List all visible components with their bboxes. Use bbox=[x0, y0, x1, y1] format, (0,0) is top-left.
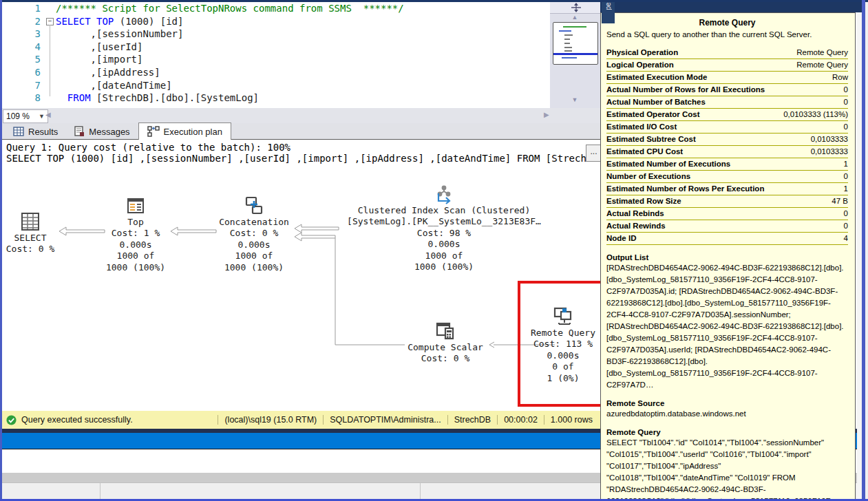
plan-node-line: Cost: 98 % bbox=[347, 228, 541, 239]
plan-node-compute-scalar[interactable]: Compute ScalarCost: 0 % bbox=[434, 320, 456, 342]
plan-node-clustered-index-scan[interactable]: Clustered Index Scan (Clustered)[SystemL… bbox=[433, 183, 455, 205]
fold-collapse-icon[interactable]: − bbox=[46, 18, 54, 25]
sql-editor[interactable]: 1 − /****** Script for SelectTopNRows co… bbox=[2, 2, 550, 108]
statement-ellipsis-button[interactable]: ... bbox=[586, 145, 602, 162]
tab-label: Results bbox=[28, 127, 58, 137]
tooltip-row-value: 0 bbox=[844, 84, 848, 96]
status-bar: Query executed successfully. (local)\sql… bbox=[2, 411, 600, 429]
tooltip-row-value: 0 bbox=[844, 121, 848, 133]
plan-node-line: 0.000s bbox=[219, 239, 289, 250]
arrow-top-to-select bbox=[59, 227, 105, 235]
tooltip-row: Actual Rewinds 0 bbox=[606, 220, 848, 233]
tooltip-row: Physical Operation Remote Query bbox=[606, 47, 848, 59]
tooltip-section-text: [RDAStrechDBD4654AC2-9062-494C-BD3F-6221… bbox=[606, 262, 848, 391]
code-token: FROM bbox=[67, 92, 91, 103]
tooltip-row-label: Actual Number of Batches bbox=[606, 96, 706, 108]
status-segment: SQLDATOPTIM\Administra... bbox=[323, 415, 447, 425]
tooltip-row: Estimated Subtree Cost 0,0103333 bbox=[606, 134, 848, 146]
tooltip-row-label: Estimated CPU Cost bbox=[606, 146, 683, 158]
concatenation-icon bbox=[243, 195, 265, 217]
code-line[interactable]: 6 − ,[ipAddress] bbox=[2, 66, 550, 79]
properties-vertical-tab[interactable]: per bbox=[602, 0, 615, 23]
code-line[interactable]: 5 − ,[import] bbox=[2, 53, 550, 66]
plan-node-line: 1000 (100%) bbox=[347, 262, 541, 273]
tooltip-section-header: Remote Query bbox=[606, 428, 848, 436]
tooltip-row-label: Estimated I/O Cost bbox=[606, 121, 677, 133]
tab[interactable]: Execution plan bbox=[138, 122, 231, 140]
tooltip-row: Estimated Operator Cost 0,0103333 (113%) bbox=[606, 109, 848, 121]
tooltip-row-label: Estimated Number of Executions bbox=[606, 158, 730, 170]
plan-node-top[interactable]: TopCost: 1 %0.000s1000 of1000 (100%) bbox=[125, 195, 147, 217]
query-statement-line: SELECT TOP (1000) [id] ,[sessionNumber] … bbox=[6, 153, 598, 164]
tooltip-row-label: Actual Number of Rows for All Executions bbox=[606, 84, 765, 96]
tooltip-rows: Physical Operation Remote Query Logical … bbox=[606, 47, 848, 245]
plan-node-line: 1000 (100%) bbox=[219, 262, 289, 273]
code-token: ,[dateAndTime] bbox=[56, 80, 172, 91]
code-line[interactable]: 3 − ,[sessionNumber] bbox=[2, 28, 550, 41]
plan-node-line: 0.000s bbox=[106, 239, 165, 250]
plan-node-line: [SystemLog].[PK__SystemLo__3213E83F… bbox=[347, 216, 541, 227]
editor-splitter-handle[interactable] bbox=[550, 2, 602, 14]
tooltip-row-value: Remote Query bbox=[796, 47, 848, 58]
tab-label: Messages bbox=[89, 127, 129, 137]
code-text: ,[dateAndTime] bbox=[56, 79, 550, 92]
code-line[interactable]: 7 − ,[dateAndTime] bbox=[2, 79, 550, 92]
plan-node-line: 0.000s bbox=[347, 239, 541, 250]
tooltip-row: Actual Number of Batches 0 bbox=[606, 96, 848, 109]
execution-plan-icon bbox=[147, 126, 160, 138]
minimap-code-line bbox=[562, 57, 577, 58]
tooltip-row-value: Remote Query bbox=[796, 59, 848, 71]
clustered-index-scan-icon bbox=[433, 183, 455, 205]
screenshot-frame-top bbox=[0, 0, 868, 2]
select-icon bbox=[19, 211, 41, 233]
scrollbar-code-minimap[interactable] bbox=[553, 22, 598, 65]
tooltip-title: Remote Query bbox=[606, 18, 848, 28]
code-line[interactable]: 2 − SELECT TOP (1000) [id] bbox=[2, 15, 550, 28]
code-line[interactable]: 8 − FROM [StrechDB].[dbo].[SystemLog] bbox=[2, 92, 550, 105]
code-token: [StrechDB].[dbo].[SystemLog] bbox=[91, 92, 259, 103]
hscroll-right-arrow[interactable]: ▶ bbox=[544, 111, 549, 118]
messages-icon bbox=[74, 126, 85, 137]
tab[interactable]: Messages bbox=[66, 124, 138, 139]
query-cost-line: Query 1: Query cost (relative to the bat… bbox=[6, 142, 290, 153]
zoom-level-dropdown[interactable]: 109 % ▼ bbox=[3, 109, 48, 123]
tooltip-row: Actual Rebinds 0 bbox=[606, 208, 848, 220]
tooltip-section-header: Output List bbox=[606, 253, 848, 262]
tab-label: Execution plan bbox=[164, 127, 222, 137]
code-line[interactable]: 4 − ,[userId] bbox=[2, 41, 550, 54]
tooltip-row: Estimated Number of Executions 1 bbox=[606, 158, 848, 171]
chevron-down-icon: ▼ bbox=[39, 111, 45, 122]
remote-query-highlight-rectangle bbox=[518, 281, 605, 407]
tooltip-row-label: Estimated Operator Cost bbox=[606, 109, 699, 120]
tooltip-row-label: Number of Executions bbox=[606, 171, 690, 182]
plan-node-concatenation[interactable]: ConcatenationCost: 0 %0.000s1000 of1000 … bbox=[243, 195, 265, 217]
code-token: SELECT bbox=[56, 16, 91, 27]
remote-to-compute-arrowhead bbox=[489, 342, 494, 348]
line-number: 5 bbox=[2, 53, 45, 66]
tooltip-row-label: Actual Rebinds bbox=[606, 208, 664, 220]
code-line[interactable]: 1 − /****** Script for SelectTopNRows co… bbox=[2, 2, 550, 15]
results-tab-strip: Results Messages Execution plan bbox=[2, 123, 602, 140]
hscroll-left-arrow[interactable]: ◀ bbox=[45, 111, 51, 118]
plan-connectors bbox=[2, 166, 602, 410]
status-segments: (local)\sql19 (15.0 RTM)SQLDATOPTIM\Admi… bbox=[218, 414, 600, 426]
scroll-up-arrow[interactable]: ▲ bbox=[564, 14, 585, 21]
tab[interactable]: Results bbox=[5, 124, 66, 139]
line-number: 4 bbox=[2, 41, 45, 54]
tooltip-row-label: Estimated Execution Mode bbox=[606, 72, 707, 83]
scroll-down-arrow[interactable]: ▼ bbox=[564, 97, 585, 103]
tooltip-row-value: 47 B bbox=[832, 195, 848, 207]
line-number: 6 bbox=[2, 66, 45, 79]
execution-plan-canvas[interactable]: SELECTCost: 0 % TopCost: 1 %0.000s1000 o… bbox=[2, 166, 602, 410]
plan-node-select[interactable]: SELECTCost: 0 % bbox=[19, 211, 41, 233]
tooltip-row-value: 0,0103333 bbox=[811, 134, 848, 145]
fold-guide-line bbox=[50, 25, 50, 96]
status-message: Query executed successfully. bbox=[21, 415, 133, 425]
tooltip-row-value: 0 bbox=[844, 220, 848, 232]
tooltip-row-value: 0,0103333 bbox=[811, 146, 848, 158]
plan-node-line: 1000 (100%) bbox=[106, 262, 165, 273]
tooltip-section-text: SELECT "Tbl1004"."id" "Col1014","Tbl1004… bbox=[606, 437, 848, 501]
tooltip-section: Output List [RDAStrechDBD4654AC2-9062-49… bbox=[606, 253, 848, 391]
plan-node-line: SELECT bbox=[6, 233, 54, 244]
tooltip-row-value: 1 bbox=[844, 183, 848, 195]
